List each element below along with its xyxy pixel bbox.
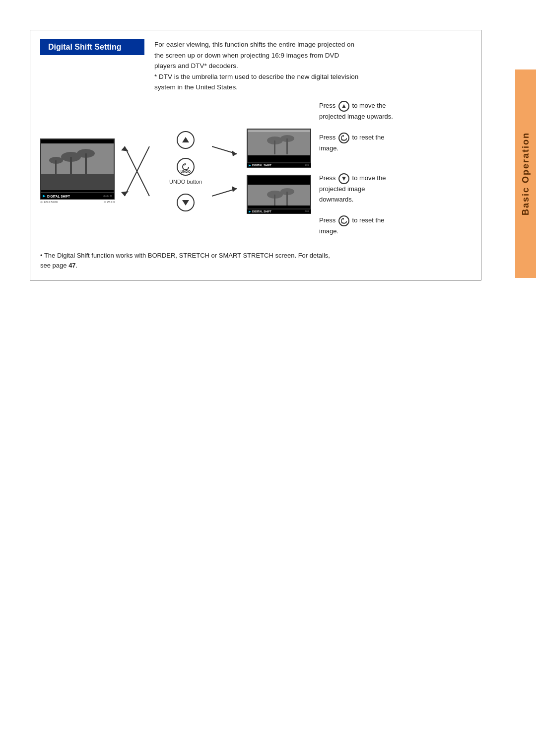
note-page-number: 47 — [68, 262, 75, 269]
left-tv-image — [40, 138, 115, 193]
svg-marker-18 — [232, 150, 237, 156]
svg-rect-28 — [248, 159, 311, 163]
right-arrows-svg — [212, 137, 242, 206]
svg-marker-36 — [342, 104, 346, 108]
press-down-block: Press to move the projected image downwa… — [319, 173, 471, 236]
left-image-panel: ▶ DIGITAL SHIFT ⊙ ⊙ ⊙ ⊙ 1234:5789 ⊙ W:4:… — [40, 138, 120, 204]
svg-rect-9 — [55, 160, 57, 174]
svg-marker-16 — [182, 200, 189, 206]
tv-info-dots: ⊙ ⊙ ⊙ — [103, 195, 112, 198]
center-buttons-col: UNDO UNDO button — [159, 126, 212, 216]
svg-rect-5 — [70, 157, 72, 174]
down-button[interactable] — [177, 194, 195, 211]
svg-rect-24 — [274, 140, 275, 154]
undo-button[interactable]: UNDO — [177, 158, 195, 176]
up-button-group — [177, 131, 195, 149]
right-images-panel: ▶ DIGITAL SHIFT ⊙ ⊙ — [247, 129, 311, 214]
main-content: Digital Shift Setting For easier viewing… — [30, 30, 481, 280]
left-arrows-svg — [120, 137, 159, 206]
shifted-up-image — [247, 129, 311, 163]
page-title: Digital Shift Setting — [48, 43, 122, 51]
undo-button-inline-1: UNDO — [338, 133, 349, 143]
svg-rect-27 — [248, 130, 311, 132]
diagram-area: ▶ DIGITAL SHIFT ⊙ ⊙ ⊙ ⊙ 1234:5789 ⊙ W:4:… — [40, 101, 471, 242]
svg-rect-2 — [41, 139, 115, 143]
up-arrow-icon — [182, 136, 190, 144]
shifted-down-image — [247, 175, 311, 209]
sidebar-tab: Basic Operation — [515, 69, 536, 278]
up-button-inline — [338, 101, 349, 112]
svg-marker-11 — [121, 146, 129, 151]
shifted-up-container: ▶ DIGITAL SHIFT ⊙ ⊙ — [247, 129, 311, 168]
right-text-column: Press to move the projected image upward… — [311, 101, 471, 242]
tv-scene-svg — [41, 139, 115, 193]
header-row: Digital Shift Setting For easier viewing… — [40, 39, 471, 93]
page-wrapper: Basic Operation Digital Shift Setting Fo… — [0, 30, 536, 756]
shifted-down-svg — [248, 176, 311, 209]
svg-marker-13 — [121, 191, 129, 196]
svg-rect-3 — [41, 190, 115, 193]
down-inline-icon — [341, 176, 346, 181]
press-up-block: Press to move the projected image upward… — [319, 101, 471, 153]
note-text: • The Digital Shift function works with … — [40, 249, 471, 272]
down-button-group — [177, 194, 195, 211]
svg-rect-29 — [248, 176, 311, 185]
svg-rect-35 — [248, 206, 311, 209]
up-inline-icon — [341, 104, 346, 109]
tv-image-inner — [41, 139, 114, 192]
down-arrow-icon — [182, 199, 190, 206]
undo-button-inline-2: UNDO — [338, 215, 349, 226]
title-box: Digital Shift Setting — [40, 39, 144, 55]
shifted-up-svg — [248, 130, 311, 163]
sidebar-tab-label: Basic Operation — [521, 132, 531, 215]
svg-marker-38 — [342, 177, 346, 181]
undo-button-group: UNDO UNDO button — [169, 158, 202, 185]
down-button-inline — [338, 173, 349, 184]
up-button[interactable] — [177, 131, 195, 149]
description-text: For easier viewing, this function shifts… — [154, 39, 471, 93]
tv-sub-info: ⊙ 1234:5789 ⊙ W:4:3 — [40, 200, 115, 204]
undo-label-text: UNDO — [181, 170, 191, 173]
svg-marker-20 — [232, 186, 237, 192]
svg-marker-14 — [182, 137, 189, 142]
content-box: Digital Shift Setting For easier viewing… — [30, 30, 481, 280]
shifted-down-container: ▶ DIGITAL SHIFT ⊙ ⊙ — [247, 175, 311, 214]
small-tv-info-2: ▶ DIGITAL SHIFT ⊙ ⊙ — [247, 209, 311, 214]
svg-rect-26 — [286, 138, 288, 154]
tv-label-text: DIGITAL SHIFT — [47, 195, 70, 198]
tv-info-bar: ▶ DIGITAL SHIFT ⊙ ⊙ ⊙ — [40, 193, 115, 200]
tv-label-icon: ▶ — [43, 194, 45, 198]
svg-rect-7 — [85, 153, 87, 174]
small-tv-info-1: ▶ DIGITAL SHIFT ⊙ ⊙ — [247, 163, 311, 168]
undo-button-label: UNDO button — [169, 179, 202, 185]
